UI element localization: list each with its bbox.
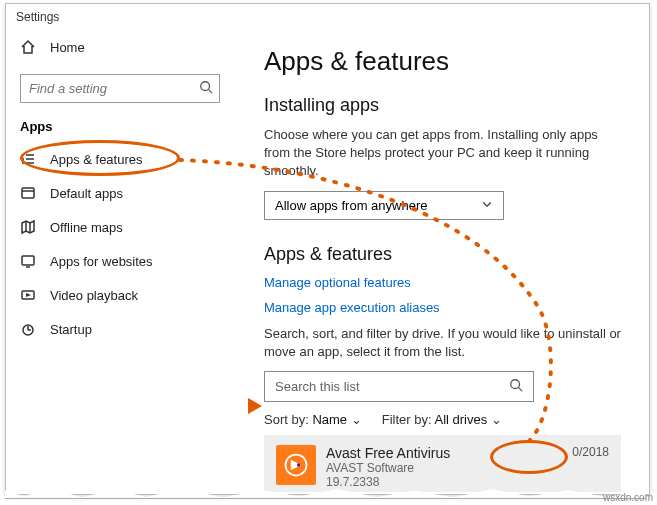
window-title: Settings xyxy=(6,4,649,30)
app-icon-avast xyxy=(276,445,316,485)
search-desc: Search, sort, and filter by drive. If yo… xyxy=(264,325,621,361)
app-install-date: 0/2018 xyxy=(572,445,609,459)
sidebar-item-offline-maps[interactable]: Offline maps xyxy=(6,210,230,244)
startup-icon xyxy=(20,321,36,337)
filter-value: All drives xyxy=(434,412,487,427)
settings-window: Settings Home Apps Apps & features xyxy=(5,3,650,495)
map-icon xyxy=(20,219,36,235)
search-icon xyxy=(199,80,213,98)
svg-point-22 xyxy=(297,463,301,467)
chevron-down-icon: ⌄ xyxy=(491,412,502,427)
link-execution-aliases[interactable]: Manage app execution aliases xyxy=(264,300,621,315)
filter-by[interactable]: Filter by: All drives ⌄ xyxy=(382,412,502,427)
chevron-down-icon: ⌄ xyxy=(351,412,362,427)
sidebar-item-video-playback[interactable]: Video playback xyxy=(6,278,230,312)
page-heading: Apps & features xyxy=(264,46,621,77)
sidebar-section-title: Apps xyxy=(6,113,230,142)
content-pane: Apps & features Installing apps Choose w… xyxy=(236,30,649,492)
svg-rect-12 xyxy=(22,256,34,265)
sort-by[interactable]: Sort by: Name ⌄ xyxy=(264,412,362,427)
nav-home[interactable]: Home xyxy=(6,30,230,64)
filter-label: Filter by: xyxy=(382,412,432,427)
home-icon xyxy=(20,39,36,55)
annotation-arrowhead xyxy=(248,398,262,414)
sort-filter-row: Sort by: Name ⌄ Filter by: All drives ⌄ xyxy=(264,412,621,427)
dropdown-value: Allow apps from anywhere xyxy=(275,198,427,213)
sidebar-item-default-apps[interactable]: Default apps xyxy=(6,176,230,210)
sort-value: Name xyxy=(312,412,347,427)
link-optional-features[interactable]: Manage optional features xyxy=(264,275,621,290)
nav-home-label: Home xyxy=(50,40,85,55)
sidebar-item-label: Default apps xyxy=(50,186,123,201)
sidebar-search-input[interactable] xyxy=(21,75,219,102)
video-icon xyxy=(20,287,36,303)
search-icon xyxy=(509,378,523,395)
list-icon xyxy=(20,151,36,167)
app-search-input[interactable]: Search this list xyxy=(264,371,534,402)
sidebar-item-startup[interactable]: Startup xyxy=(6,312,230,346)
sidebar-item-label: Offline maps xyxy=(50,220,123,235)
sidebar: Home Apps Apps & features Default ap xyxy=(6,30,236,492)
installing-desc: Choose where you can get apps from. Inst… xyxy=(264,126,621,181)
sidebar-item-apps-features[interactable]: Apps & features xyxy=(6,142,230,176)
app-vendor: AVAST Software xyxy=(326,461,562,475)
app-list-item[interactable]: Avast Free Antivirus AVAST Software 19.7… xyxy=(264,435,621,492)
install-source-dropdown[interactable]: Allow apps from anywhere xyxy=(264,191,504,220)
svg-rect-8 xyxy=(22,188,34,198)
sort-label: Sort by: xyxy=(264,412,309,427)
app-version: 19.7.2338 xyxy=(326,475,562,489)
svg-line-19 xyxy=(519,388,523,392)
watermark: wsxdn.com xyxy=(603,492,653,503)
sidebar-item-label: Video playback xyxy=(50,288,138,303)
sidebar-item-label: Apps for websites xyxy=(50,254,153,269)
link-icon xyxy=(20,253,36,269)
apps-features-heading: Apps & features xyxy=(264,244,621,265)
app-search-placeholder: Search this list xyxy=(275,379,360,394)
sidebar-item-label: Apps & features xyxy=(50,152,143,167)
installing-heading: Installing apps xyxy=(264,95,621,116)
svg-line-1 xyxy=(209,90,213,94)
svg-point-0 xyxy=(201,82,210,91)
sidebar-search[interactable] xyxy=(20,74,220,103)
chevron-down-icon xyxy=(481,198,493,213)
defaults-icon xyxy=(20,185,36,201)
svg-point-18 xyxy=(511,380,520,389)
app-name: Avast Free Antivirus xyxy=(326,445,562,461)
layout: Home Apps Apps & features Default ap xyxy=(6,30,649,492)
sidebar-item-label: Startup xyxy=(50,322,92,337)
sidebar-item-apps-websites[interactable]: Apps for websites xyxy=(6,244,230,278)
